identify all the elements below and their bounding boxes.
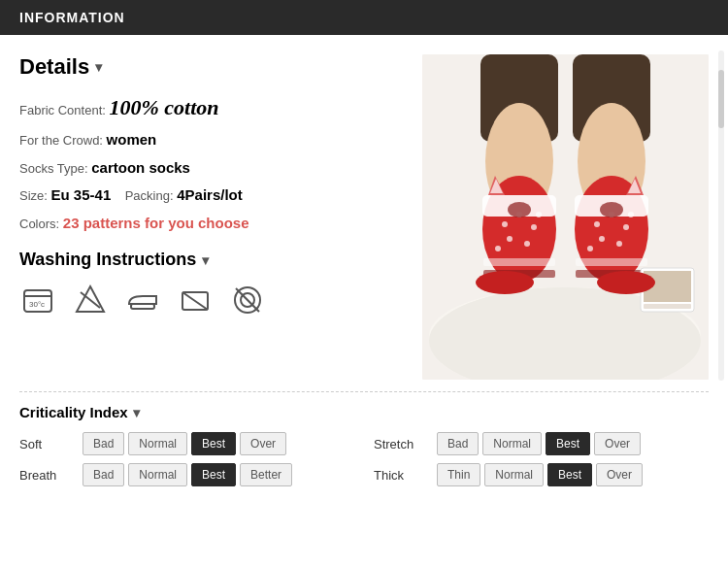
- breath-better-btn[interactable]: Better: [240, 463, 292, 486]
- svg-point-37: [616, 241, 622, 247]
- breath-row: Breath Bad Normal Best Better: [19, 463, 354, 486]
- colors-label: Colors:: [19, 217, 59, 231]
- thick-buttons: Thin Normal Best Over: [437, 463, 709, 486]
- criticality-right: Stretch Bad Normal Best Over Thick Thin …: [374, 432, 709, 486]
- svg-rect-47: [644, 304, 691, 309]
- product-image: [422, 54, 709, 380]
- details-heading: Details ▾: [19, 54, 403, 80]
- stretch-bad-btn[interactable]: Bad: [437, 432, 479, 455]
- svg-point-33: [594, 221, 600, 227]
- fabric-row: Fabric Content: 100% cotton: [19, 91, 403, 123]
- svg-rect-26: [483, 258, 555, 266]
- thick-row: Thick Thin Normal Best Over: [374, 463, 709, 486]
- crowd-value: women: [107, 131, 157, 148]
- svg-point-28: [508, 202, 531, 217]
- criticality-left: Soft Bad Normal Best Over Breath Bad Nor…: [19, 432, 354, 486]
- wash-icons-row: 30°c: [19, 282, 403, 318]
- colors-row: Colors: 23 patterns for you choose: [19, 213, 403, 235]
- details-label: Details: [19, 54, 89, 80]
- svg-point-38: [587, 246, 593, 251]
- svg-point-35: [623, 224, 629, 230]
- soft-normal-btn[interactable]: Normal: [128, 432, 187, 455]
- washing-label: Washing Instructions: [19, 250, 196, 270]
- breath-label: Breath: [19, 468, 83, 483]
- header-bar: INFORMATION: [0, 0, 728, 35]
- svg-rect-40: [576, 258, 647, 266]
- stretch-buttons: Bad Normal Best Over: [437, 432, 709, 455]
- svg-point-25: [536, 212, 542, 217]
- socks-value: cartoon socks: [91, 159, 190, 176]
- thick-normal-btn[interactable]: Normal: [484, 463, 544, 486]
- svg-point-23: [524, 241, 530, 247]
- section-divider: [19, 391, 709, 392]
- soft-over-btn[interactable]: Over: [240, 432, 286, 455]
- svg-point-36: [599, 236, 605, 242]
- thick-thin-btn[interactable]: Thin: [437, 463, 480, 486]
- washing-heading: Washing Instructions ▾: [19, 250, 403, 270]
- image-panel: [422, 54, 709, 380]
- stretch-best-btn[interactable]: Best: [546, 432, 590, 455]
- criticality-dropdown-icon[interactable]: ▾: [133, 405, 140, 420]
- colors-value: 23 patterns for you choose: [63, 215, 249, 231]
- packing-label: Packing:: [125, 188, 174, 203]
- details-dropdown-icon[interactable]: ▾: [95, 59, 102, 75]
- size-row: Size: Eu 35-41 Packing: 4Pairs/lot: [19, 184, 403, 207]
- svg-line-8: [236, 288, 259, 312]
- no-bleach-icon: [72, 282, 109, 318]
- crowd-label: For the Crowd:: [19, 133, 103, 148]
- soft-best-btn[interactable]: Best: [191, 432, 236, 455]
- stretch-normal-btn[interactable]: Normal: [482, 432, 542, 455]
- breath-bad-btn[interactable]: Bad: [83, 463, 124, 486]
- socks-type-row: Socks Type: cartoon socks: [19, 157, 403, 180]
- svg-point-39: [628, 212, 634, 217]
- criticality-heading: Criticality Index ▾: [19, 404, 709, 420]
- svg-point-49: [597, 271, 655, 294]
- svg-point-22: [507, 236, 513, 242]
- size-value: Eu 35-41: [51, 186, 112, 203]
- scrollbar-thumb[interactable]: [718, 70, 724, 128]
- stretch-over-btn[interactable]: Over: [594, 432, 641, 455]
- svg-point-42: [600, 202, 623, 217]
- scrollbar-track[interactable]: [718, 50, 724, 381]
- soft-row: Soft Bad Normal Best Over: [19, 432, 354, 455]
- wash-30-icon: 30°c: [19, 282, 56, 318]
- thick-label: Thick: [374, 468, 437, 483]
- socks-label: Socks Type:: [19, 161, 88, 176]
- washing-dropdown-icon[interactable]: ▾: [202, 252, 209, 268]
- breath-buttons: Bad Normal Best Better: [83, 463, 354, 486]
- breath-normal-btn[interactable]: Normal: [128, 463, 187, 486]
- no-tumble-dry-icon: [229, 282, 266, 318]
- main-content: Details ▾ Fabric Content: 100% cotton Fo…: [0, 35, 728, 380]
- soft-label: Soft: [19, 437, 83, 451]
- stretch-row: Stretch Bad Normal Best Over: [374, 432, 709, 455]
- fabric-value: 100% cotton: [110, 95, 219, 119]
- svg-point-19: [502, 221, 508, 227]
- criticality-grid: Soft Bad Normal Best Over Breath Bad Nor…: [19, 432, 709, 486]
- criticality-section: Criticality Index ▾ Soft Bad Normal Best…: [0, 404, 728, 502]
- soft-bad-btn[interactable]: Bad: [83, 432, 124, 455]
- criticality-label: Criticality Index: [19, 404, 128, 420]
- svg-rect-4: [131, 304, 154, 309]
- svg-point-21: [531, 224, 537, 230]
- header-title: INFORMATION: [19, 10, 125, 25]
- packing-value: 4Pairs/lot: [177, 186, 243, 203]
- svg-text:30°c: 30°c: [29, 300, 45, 309]
- svg-point-24: [495, 246, 501, 251]
- crowd-row: For the Crowd: women: [19, 129, 403, 151]
- svg-point-48: [476, 271, 534, 294]
- thick-best-btn[interactable]: Best: [547, 463, 592, 486]
- soft-buttons: Bad Normal Best Over: [83, 432, 354, 455]
- info-panel: Details ▾ Fabric Content: 100% cotton Fo…: [19, 54, 403, 380]
- thick-over-btn[interactable]: Over: [596, 463, 643, 486]
- stretch-label: Stretch: [374, 437, 437, 451]
- dry-clean-icon: [177, 282, 214, 318]
- iron-icon: [124, 282, 161, 318]
- fabric-label: Fabric Content:: [19, 103, 106, 117]
- breath-best-btn[interactable]: Best: [191, 463, 236, 486]
- size-label: Size:: [19, 188, 48, 203]
